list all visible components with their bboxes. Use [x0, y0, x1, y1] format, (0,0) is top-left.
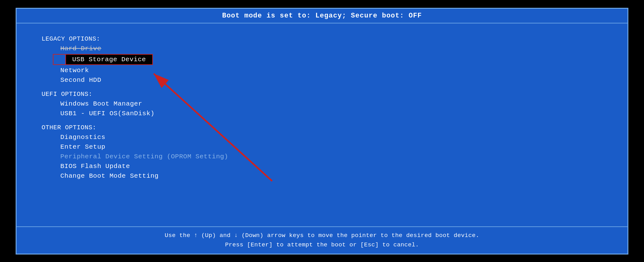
selected-item-wrapper: USB Storage Device: [53, 55, 152, 64]
menu-item-change-boot-mode[interactable]: Change Boot Mode Setting: [42, 171, 602, 181]
legacy-section-label: LEGACY OPTIONS:: [42, 35, 602, 42]
menu-item-enter-setup[interactable]: Enter Setup: [42, 142, 602, 152]
other-section-label: OTHER OPTIONS:: [42, 124, 602, 131]
menu-item-usb-storage[interactable]: USB Storage Device: [66, 55, 152, 64]
footer-line1: Use the ↑ (Up) and ↓ (Down) arrow keys t…: [23, 231, 621, 240]
main-content: LEGACY OPTIONS: Hard Drive USB Storage D…: [17, 23, 627, 226]
header-bar: Boot mode is set to: Legacy; Secure boot…: [17, 9, 627, 23]
menu-item-windows-boot-manager[interactable]: Windows Boot Manager: [42, 99, 602, 109]
menu-item-usb1-uefi[interactable]: USB1 - UEFI OS(SanDisk): [42, 109, 602, 118]
bios-screen: Boot mode is set to: Legacy; Secure boot…: [16, 8, 628, 255]
menu-item-diagnostics[interactable]: Diagnostics: [42, 132, 602, 142]
menu-item-bios-flash[interactable]: BIOS Flash Update: [42, 161, 602, 171]
header-title: Boot mode is set to: Legacy; Secure boot…: [222, 12, 422, 20]
menu-item-second-hdd[interactable]: Second HDD: [42, 75, 602, 85]
uefi-section-label: UEFI OPTIONS:: [42, 91, 602, 98]
menu-item-network[interactable]: Network: [42, 66, 602, 75]
footer-line2: Press [Enter] to attempt the boot or [Es…: [23, 240, 621, 250]
footer-bar: Use the ↑ (Up) and ↓ (Down) arrow keys t…: [17, 226, 627, 254]
menu-item-hard-drive[interactable]: Hard Drive: [42, 44, 602, 53]
menu-item-peripheral[interactable]: Peripheral Device Setting (OPROM Setting…: [42, 152, 602, 161]
